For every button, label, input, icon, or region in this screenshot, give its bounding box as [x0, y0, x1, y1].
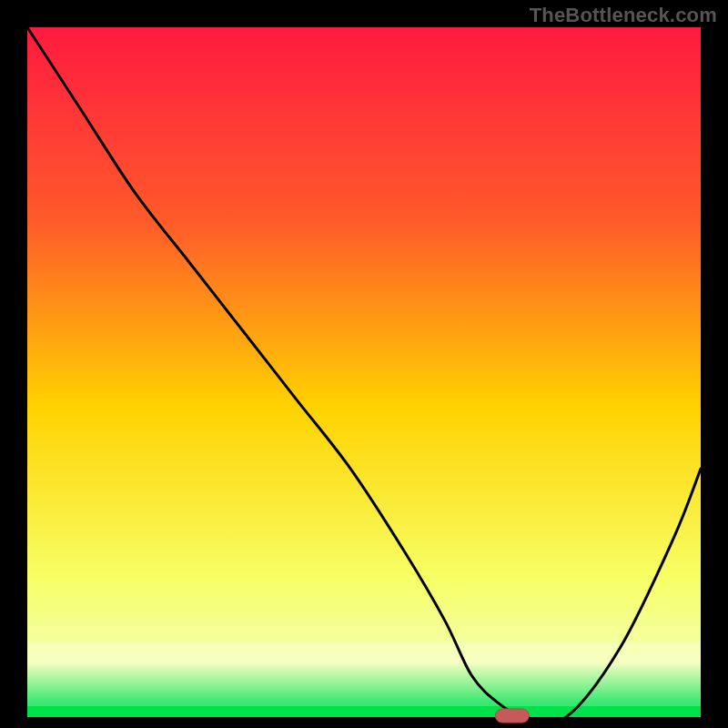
- chart-frame: [0, 0, 728, 728]
- pale-band: [27, 642, 701, 706]
- green-baseline: [27, 706, 701, 717]
- watermark-label: TheBottleneck.com: [530, 4, 717, 27]
- gradient-background: [27, 27, 701, 717]
- optimum-marker: [495, 709, 529, 723]
- chart-svg: [0, 0, 728, 728]
- chart-stage: TheBottleneck.com: [0, 0, 728, 728]
